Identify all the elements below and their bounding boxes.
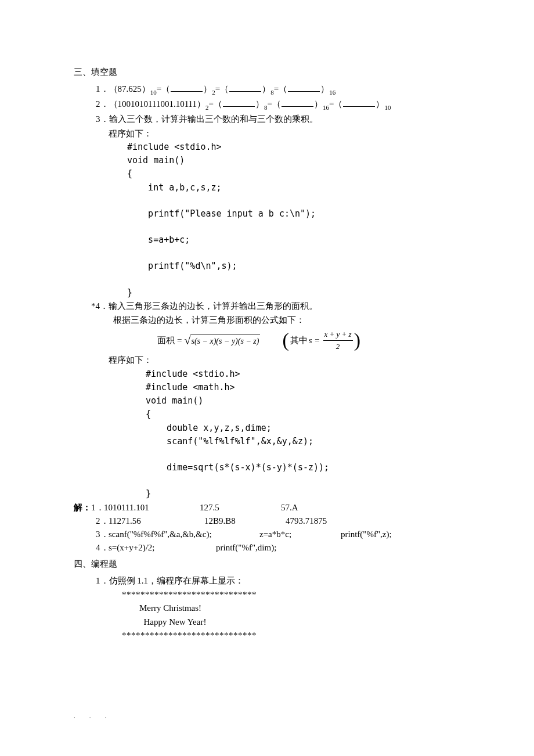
program-label: 程序如下： (74, 354, 461, 367)
q4-number: *4． (91, 301, 109, 311)
program-label: 程序如下： (74, 127, 461, 141)
close: ） (314, 99, 323, 109)
q4-note: 根据三条边的边长，计算三角形面积的公式如下： (74, 314, 461, 327)
blank (282, 98, 313, 107)
blank (223, 98, 255, 107)
close: ） (320, 84, 329, 93)
answer-line-4: 4．s=(x+y+2)/2;printf("%f",dim); (74, 541, 461, 555)
close: ） (203, 84, 212, 93)
blank-line (127, 195, 461, 207)
q4-text: 输入三角形三条边的边长，计算并输出三角形的面积。 (109, 301, 317, 311)
where-label: 其中 (290, 334, 308, 347)
code-line: #include <stdio.h> (127, 141, 461, 154)
ans-n: 4． (96, 541, 109, 555)
output-line: ***************************** (122, 629, 461, 642)
code-line: double x,y,z,s,dime; (146, 422, 461, 435)
ans-b: printf("%f",dim); (216, 543, 276, 552)
ans-a: 11271.56 (109, 514, 204, 528)
code-line: s=a+b+c; (127, 233, 461, 247)
q1-value: （87.625） (109, 84, 150, 93)
blank (343, 98, 375, 107)
formula: 面积 = √ s(s − x)(s − y)(s − z) ( 其中 s = x… (56, 329, 461, 351)
s4-question-1: 1．仿照例 1.1，编程序在屏幕上显示： (74, 574, 461, 588)
eq-open: =（ (329, 99, 342, 109)
code-line: dime=sqrt(s*(s-x)*(s-y)*(s-z)); (146, 461, 461, 474)
blank-line (146, 448, 461, 461)
code-line: void main() (127, 154, 461, 167)
answers-label: 解： (74, 503, 91, 512)
subscript-16: 16 (323, 104, 329, 111)
close: ） (376, 99, 384, 109)
q1-number: 1． (96, 84, 109, 93)
question-4: *4．输入三角形三条边的边长，计算并输出三角形的面积。 (74, 300, 461, 313)
s-equals: s = (309, 334, 320, 347)
subscript-16: 16 (329, 89, 335, 96)
answer-line-1: 解：1．1010111.101127.557.A (74, 501, 461, 514)
subscript-10: 10 (384, 104, 391, 111)
subscript-8: 8 (270, 89, 274, 96)
ans-n: 2． (96, 514, 109, 528)
close: ） (255, 99, 264, 109)
s4-q1-text: 仿照例 1.1，编程序在屏幕上显示： (109, 576, 244, 585)
sqrt: √ s(s − x)(s − y)(s − z) (184, 332, 260, 350)
footer-marks: ··· (74, 712, 120, 722)
subscript-2: 2 (212, 89, 215, 96)
ans-b: 12B9.B8 (204, 514, 286, 528)
question-2: 2．（1001010111001.10111）2=（）8=（）16=（）10 (74, 98, 461, 112)
eq-open: =（ (274, 84, 287, 93)
blank (229, 83, 261, 92)
left-paren: ( (282, 332, 288, 350)
sqrt-symbol: √ (184, 332, 190, 350)
output-line: Happy New Year! (122, 615, 461, 629)
q3-text: 输入三个数，计算并输出三个数的和与三个数的乘积。 (109, 114, 318, 124)
eq-open: =（ (215, 84, 229, 93)
blank-line (146, 474, 461, 487)
code-line: #include <math.h> (146, 381, 461, 394)
ans-a: scanf("%f%f%f",&a,&b,&c); (109, 528, 259, 541)
s4-q1-number: 1． (96, 576, 109, 585)
fraction: x + y + z 2 (323, 329, 353, 352)
q3-code: #include <stdio.h> void main() { int a,b… (127, 141, 461, 300)
blank (288, 83, 320, 92)
ans-b: z=a*b*c; (259, 528, 341, 541)
subscript-10: 10 (150, 89, 157, 96)
ans-b: 127.5 (200, 501, 281, 514)
ans-c: printf("%f",z); (341, 530, 392, 539)
code-line: { (146, 408, 461, 421)
code-line: #include <stdio.h> (146, 368, 461, 381)
code-line: printf("%d\n",s); (127, 260, 461, 273)
blank-line (127, 221, 461, 233)
code-line: void main() (146, 394, 461, 408)
close: ） (262, 84, 270, 93)
equals: = (177, 334, 182, 347)
answers-block: 解：1．1010111.101127.557.A 2．11271.5612B9.… (74, 501, 461, 555)
question-1: 1．（87.625）10=（）2=（）8=（）16 (74, 82, 461, 97)
subscript-2: 2 (205, 104, 209, 111)
code-line: } (127, 286, 461, 300)
q2-number: 2． (96, 99, 109, 109)
section-3-heading: 三、填空题 (74, 66, 461, 79)
code-line: int a,b,c,s,z; (127, 181, 461, 195)
formula-left: 面积 = √ s(s − x)(s − y)(s − z) (157, 332, 260, 350)
eq-open: =（ (268, 99, 281, 109)
ans-c: 57.A (281, 501, 356, 514)
code-line: } (146, 487, 461, 501)
document-page: 三、填空题 1．（87.625）10=（）2=（）8=（）16 2．（10010… (0, 0, 534, 756)
question-3: 3．输入三个数，计算并输出三个数的和与三个数的乘积。 (74, 113, 461, 126)
expected-output: ***************************** Merry Chri… (122, 588, 461, 642)
right-paren: ) (354, 332, 360, 350)
code-line: { (127, 167, 461, 181)
ans-c: 4793.71875 (286, 514, 361, 528)
blank-line (127, 247, 461, 260)
subscript-8: 8 (264, 104, 268, 111)
section-4-heading: 四、编程题 (74, 557, 461, 571)
formula-lhs: 面积 (157, 334, 175, 347)
q3-number: 3． (96, 114, 109, 124)
fraction-numerator: x + y + z (323, 329, 353, 341)
output-line: Merry Christmas! (122, 602, 461, 615)
ans-a: s=(x+y+2)/2; (109, 541, 216, 555)
answer-line-3: 3．scanf("%f%f%f",&a,&b,&c);z=a*b*c;print… (74, 528, 461, 541)
q4-code: #include <stdio.h> #include <math.h> voi… (146, 368, 461, 501)
ans-n: 1． (91, 501, 104, 514)
answer-line-2: 2．11271.5612B9.B84793.71875 (74, 514, 461, 528)
